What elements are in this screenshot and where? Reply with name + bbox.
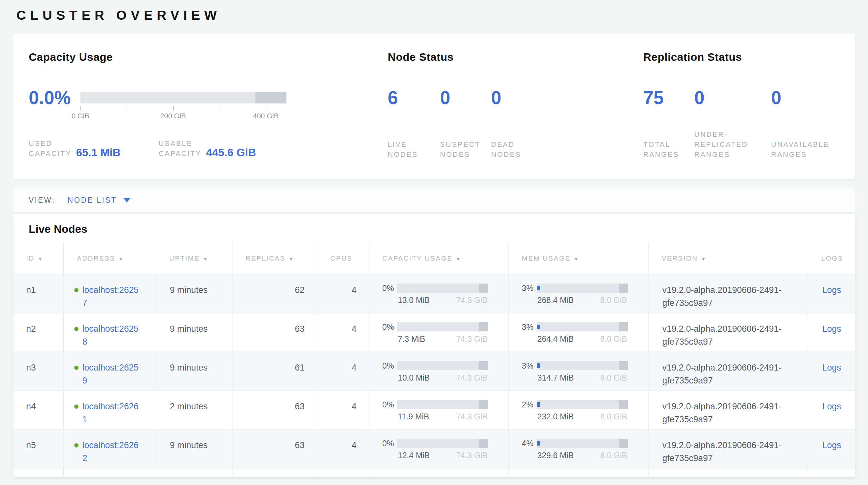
suspect-nodes-count: 0 xyxy=(440,88,491,107)
node-address-cell: localhost:26259 xyxy=(64,352,156,391)
mem-percent: 3% xyxy=(517,361,533,382)
node-uptime-cell: 9 minutes xyxy=(156,313,232,352)
sort-desc-icon: ▼ xyxy=(203,256,208,262)
mem-total-value: 8.0 GiB xyxy=(600,450,627,460)
node-address-link[interactable]: localhost:26259 xyxy=(82,361,141,387)
capacity-percent: 0% xyxy=(377,284,394,305)
dead-nodes-label: DEAD NODES xyxy=(491,139,536,160)
mem-percent: 3% xyxy=(517,284,533,305)
live-status-dot-icon xyxy=(74,288,79,292)
logs-link[interactable]: Logs xyxy=(822,363,841,372)
cluster-overview-page: CLUSTER OVERVIEW Capacity Usage 0.0% xyxy=(0,0,868,477)
node-uptime-cell: 9 minutes xyxy=(156,274,232,313)
node-mem-usage-cell: 3% 264.4 MiB 8.0 GiB xyxy=(508,313,648,352)
replication-status-title: Replication Status xyxy=(643,51,855,63)
capacity-bar-reserved-segment xyxy=(255,92,286,104)
sort-desc-icon: ▼ xyxy=(119,256,124,262)
capacity-used-value: 10.0 MiB xyxy=(398,373,430,382)
usable-capacity-label: USABLE CAPACITY xyxy=(159,138,201,159)
capacity-axis-ticks xyxy=(81,106,286,111)
node-uptime-cell: 2 minutes xyxy=(156,391,232,429)
capacity-usage-bar xyxy=(397,322,488,332)
chevron-down-icon xyxy=(123,198,130,202)
capacity-used-value: 12.4 MiB xyxy=(398,450,430,460)
mem-percent: 4% xyxy=(517,439,533,460)
dead-nodes-count: 0 xyxy=(491,88,562,107)
node-version-cell: v19.2.0-alpha.20190606-2491-gfe735c9a97 xyxy=(648,313,808,352)
node-address-link[interactable]: localhost:26257 xyxy=(82,284,141,309)
logs-link[interactable]: Logs xyxy=(822,440,841,450)
view-selected-value[interactable]: NODE LIST xyxy=(67,196,117,205)
mem-used-value: 268.4 MiB xyxy=(537,295,574,305)
sort-desc-icon: ▼ xyxy=(38,256,43,262)
capacity-percent: 0% xyxy=(377,439,394,460)
logs-link[interactable]: Logs xyxy=(822,324,841,334)
node-capacity-usage-cell: 0% 12.4 MiB 74.3 GiB xyxy=(369,429,508,468)
column-header-version[interactable]: VERSION▼ xyxy=(648,242,808,274)
node-uptime-cell: 9 minutes xyxy=(156,429,232,468)
mem-used-value: 314.7 MiB xyxy=(537,373,574,382)
node-replicas-cell: 63 xyxy=(232,313,317,352)
table-row: n3 localhost:26259 9 minutes 61 4 0% 10.… xyxy=(13,352,855,391)
column-header-address[interactable]: ADDRESS▼ xyxy=(64,242,156,274)
used-capacity-stat: USED CAPACITY 65.1 MiB xyxy=(29,138,120,159)
column-header-mem-usage[interactable]: MEM USAGE▼ xyxy=(508,242,648,274)
node-uptime-cell: 9 minutes xyxy=(156,352,232,391)
column-header-uptime[interactable]: UPTIME▼ xyxy=(156,242,232,274)
capacity-usage-title: Capacity Usage xyxy=(29,51,388,63)
logs-link[interactable]: Logs xyxy=(822,402,841,411)
live-nodes-card: Live Nodes ID▼ ADDRESS▼ UPTIME▼ REPLICAS… xyxy=(13,214,855,477)
node-logs-cell: Logs xyxy=(808,391,855,429)
mem-usage-bar xyxy=(537,400,628,409)
unavailable-ranges-label: UNAVAILABLE RANGES xyxy=(771,139,850,160)
summary-card: Capacity Usage 0.0% 0 GiB xyxy=(13,34,855,179)
capacity-usage-bar xyxy=(397,361,488,370)
node-address-link[interactable]: localhost:26258 xyxy=(82,322,141,348)
node-id-cell: n5 xyxy=(13,429,64,468)
node-capacity-usage-cell: 0% 13.0 MiB 74.3 GiB xyxy=(369,274,508,313)
mem-total-value: 8.0 GiB xyxy=(600,295,627,305)
node-status-section: Node Status 6 0 0 LIVE NODES SUSPECT NOD… xyxy=(388,34,643,179)
under-replicated-ranges-label: UNDER-REPLICATED RANGES xyxy=(694,129,764,160)
node-replicas-cell: 63 xyxy=(232,391,317,429)
node-replicas-cell: 62 xyxy=(232,274,317,313)
table-row: n2 localhost:26258 9 minutes 63 4 0% 7.3… xyxy=(13,313,855,352)
node-cpus-cell: 4 xyxy=(317,429,369,468)
column-header-logs: LOGS xyxy=(808,242,855,274)
mem-total-value: 8.0 GiB xyxy=(600,373,627,382)
node-mem-usage-cell: 3% 314.7 MiB 8.0 GiB xyxy=(508,352,648,391)
under-replicated-ranges-count: 0 xyxy=(694,88,771,107)
node-version-cell: v19.2.0-alpha.20190606-2491-gfe735c9a97 xyxy=(648,429,808,468)
node-replicas-cell: 63 xyxy=(232,429,317,468)
node-capacity-usage-cell: 0% 7.3 MiB 74.3 GiB xyxy=(369,313,508,352)
total-ranges-label: TOTAL RANGES xyxy=(643,139,688,160)
mem-percent: 3% xyxy=(517,322,533,344)
capacity-total-value: 74.3 GiB xyxy=(456,373,488,382)
table-row: n4 localhost:26261 2 minutes 63 4 0% 11.… xyxy=(13,391,855,429)
live-nodes-table: ID▼ ADDRESS▼ UPTIME▼ REPLICAS▼ CPUS CAPA… xyxy=(13,242,855,477)
node-version-cell: v19.2.0-alpha.20190606-2491-gfe735c9a97 xyxy=(648,391,808,429)
column-header-cpus: CPUS xyxy=(317,242,369,274)
node-address-cell: localhost:26262 xyxy=(64,429,156,468)
axis-label-200gib: 200 GiB xyxy=(160,112,186,120)
mem-usage-bar xyxy=(537,361,628,370)
live-nodes-title: Live Nodes xyxy=(13,214,855,242)
capacity-used-value: 13.0 MiB xyxy=(398,295,430,305)
mem-used-value: 264.4 MiB xyxy=(537,334,574,344)
column-header-capacity-usage[interactable]: CAPACITY USAGE▼ xyxy=(369,242,508,274)
node-cpus-cell: 4 xyxy=(317,391,369,429)
node-id-cell: n3 xyxy=(13,352,64,391)
column-header-replicas[interactable]: REPLICAS▼ xyxy=(232,242,317,274)
node-id-cell: n1 xyxy=(13,274,64,313)
node-address-link[interactable]: localhost:26262 xyxy=(82,439,141,465)
logs-link[interactable]: Logs xyxy=(822,285,841,295)
capacity-total-value: 74.3 GiB xyxy=(456,450,488,460)
mem-used-value: 232.0 MiB xyxy=(537,411,574,421)
node-version-cell: v19.2.0-alpha.20190606-2491-gfe735c9a97 xyxy=(648,352,808,391)
view-selector-dropdown[interactable]: NODE LIST xyxy=(55,196,130,205)
capacity-percent: 0% xyxy=(377,322,394,344)
suspect-nodes-label: SUSPECT NODES xyxy=(440,139,491,160)
node-address-link[interactable]: localhost:26261 xyxy=(82,400,141,426)
column-header-id[interactable]: ID▼ xyxy=(13,242,64,274)
node-mem-usage-cell: 3% 268.4 MiB 8.0 GiB xyxy=(508,274,648,313)
